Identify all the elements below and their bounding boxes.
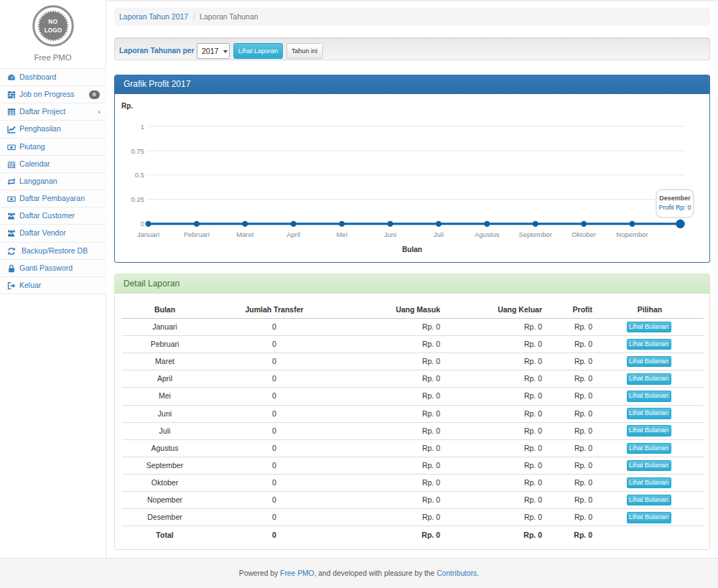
svg-text:NO: NO <box>48 19 57 25</box>
svg-text:Juni: Juni <box>384 230 396 238</box>
svg-text:0: 0 <box>141 220 144 228</box>
svg-text:Oktober: Oktober <box>572 230 596 238</box>
svg-text:Bulan: Bulan <box>402 246 422 253</box>
svg-text:September: September <box>518 230 551 238</box>
svg-text:0.5: 0.5 <box>135 171 144 179</box>
svg-text:Januari: Januari <box>137 230 159 238</box>
svg-text:Mei: Mei <box>336 230 347 238</box>
svg-text:1: 1 <box>141 122 144 130</box>
svg-text:LOGO: LOGO <box>45 27 62 34</box>
svg-text:Juli: Juli <box>434 230 444 238</box>
svg-text:Maret: Maret <box>236 230 254 238</box>
svg-text:0.75: 0.75 <box>131 146 145 154</box>
svg-text:Nopember: Nopember <box>616 230 648 238</box>
svg-text:April: April <box>286 230 300 238</box>
svg-text:Agustus: Agustus <box>475 230 500 238</box>
svg-text:0.25: 0.25 <box>131 195 145 203</box>
svg-text:Pebruari: Pebruari <box>184 230 210 238</box>
